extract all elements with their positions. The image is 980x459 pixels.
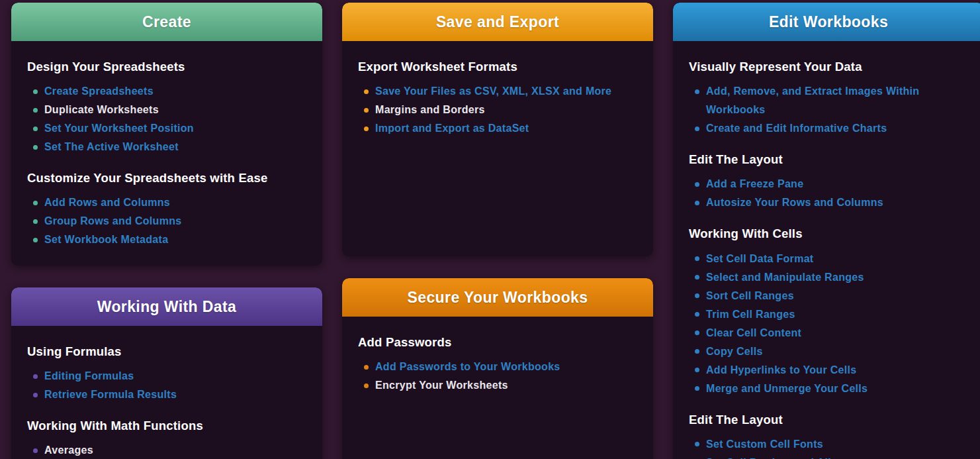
item-link[interactable]: Trim Cell Ranges [706,309,795,320]
item-link[interactable]: Autosize Your Rows and Columns [706,197,883,208]
section-heading: Export Worksheet Formats [358,60,637,74]
section-heading: Edit The Layout [689,152,968,167]
list-item: Group Rows and Columns [27,212,306,230]
column-1: Create Design Your Spreadsheets Create S… [11,3,322,459]
card-header: Create [11,3,322,41]
card-header: Save and Export [342,3,653,41]
card-title: Working With Data [97,298,237,316]
section-heading: Design Your Spreadsheets [27,60,306,74]
item-link[interactable]: Add, Remove, and Extract Images Within W… [706,85,919,115]
list-item: Margins and Borders [358,101,637,119]
list-item: Save Your Files as CSV, XML, XLSX and Mo… [358,82,637,101]
list-item: Retrieve Formula Results [27,385,306,404]
card-section: Working With Math Functions Averages [27,419,306,459]
item-link[interactable]: Add Rows and Columns [44,197,170,208]
card-section: Using Formulas Editing Formulas Retrieve… [27,344,306,404]
list-item: Select and Manipulate Ranges [689,268,968,287]
item-list: Add Rows and Columns Group Rows and Colu… [27,193,306,249]
list-item: Add Hyperlinks to Your Cells [689,361,968,380]
card-title: Create [142,13,191,31]
item-link[interactable]: Merge and Unmerge Your Cells [706,383,868,394]
item-link[interactable]: Set Your Worksheet Position [44,123,194,134]
list-item: Set Workbook Metadata [27,230,306,249]
list-item: Create Spreadsheets [27,82,306,101]
card-header: Edit Workbooks [673,3,980,41]
list-item: Encrypt Your Worksheets [358,376,637,395]
list-item: Import and Export as DataSet [358,119,637,138]
list-item: Averages [27,441,306,459]
section-heading: Customize Your Spreadsheets with Ease [27,171,306,185]
item-list: Editing Formulas Retrieve Formula Result… [27,367,306,404]
item-link[interactable]: Clear Cell Content [706,327,801,338]
list-item: Add, Remove, and Extract Images Within W… [689,82,968,119]
item-list: Set Cell Data Format Select and Manipula… [689,250,968,398]
item-text: Averages [44,444,93,456]
cards-grid: Create Design Your Spreadsheets Create S… [0,0,980,459]
item-list: Set Custom Cell Fonts Set Cell Borders a… [689,435,968,459]
card-body: Visually Represent Your Data Add, Remove… [673,41,980,459]
section-heading: Add Passwords [358,335,637,350]
item-link[interactable]: Set The Active Worksheet [44,141,179,152]
item-list: Averages [27,441,306,459]
card-header: Secure Your Workbooks [342,278,653,317]
card-title: Save and Export [436,13,559,31]
card-working-with-data: Working With Data Using Formulas Editing… [11,287,322,459]
item-link[interactable]: Group Rows and Columns [44,215,182,227]
card-section: Edit The Layout Add a Freeze Pane Autosi… [689,152,968,212]
section-heading: Visually Represent Your Data [689,60,968,74]
item-link[interactable]: Add Hyperlinks to Your Cells [706,364,856,376]
list-item: Set The Active Worksheet [27,138,306,156]
list-item: Trim Cell Ranges [689,305,968,324]
list-item: Add Passwords to Your Workbooks [358,358,637,376]
item-link[interactable]: Sort Cell Ranges [706,290,794,301]
item-list: Save Your Files as CSV, XML, XLSX and Mo… [358,82,637,138]
card-body: Add Passwords Add Passwords to Your Work… [342,317,653,415]
card-title: Secure Your Workbooks [408,289,588,307]
item-link[interactable]: Import and Export as DataSet [375,123,529,134]
item-text: Duplicate Worksheets [44,104,159,115]
item-text: Encrypt Your Worksheets [375,380,508,391]
column-3: Edit Workbooks Visually Represent Your D… [673,3,980,459]
card-section: Customize Your Spreadsheets with Ease Ad… [27,171,306,249]
card-section: Design Your Spreadsheets Create Spreadsh… [27,60,306,156]
item-list: Add, Remove, and Extract Images Within W… [689,82,968,138]
card-secure-your-workbooks: Secure Your Workbooks Add Passwords Add … [342,278,653,459]
item-link[interactable]: Set Workbook Metadata [44,234,168,245]
item-list: Create Spreadsheets Duplicate Worksheets… [27,82,306,156]
list-item: Add a Freeze Pane [689,175,968,193]
list-item: Merge and Unmerge Your Cells [689,380,968,398]
list-item: Duplicate Worksheets [27,101,306,119]
item-link[interactable]: Save Your Files as CSV, XML, XLSX and Mo… [375,85,611,97]
item-list: Add a Freeze Pane Autosize Your Rows and… [689,175,968,212]
item-link[interactable]: Create Spreadsheets [44,85,154,97]
card-body: Export Worksheet Formats Save Your Files… [342,41,653,158]
item-link[interactable]: Editing Formulas [44,370,134,382]
card-header: Working With Data [11,287,322,326]
card-section: Working With Cells Set Cell Data Format … [689,227,968,397]
card-body: Using Formulas Editing Formulas Retrieve… [11,326,322,459]
item-link[interactable]: Select and Manipulate Ranges [706,272,864,283]
card-section: Add Passwords Add Passwords to Your Work… [358,335,637,395]
item-link[interactable]: Add a Freeze Pane [706,178,803,189]
list-item: Set Custom Cell Fonts [689,435,968,454]
item-link[interactable]: Create and Edit Informative Charts [706,123,887,134]
card-edit-workbooks: Edit Workbooks Visually Represent Your D… [673,3,980,459]
list-item: Copy Cells [689,342,968,361]
list-item: Add Rows and Columns [27,193,306,212]
section-heading: Working With Cells [689,227,968,241]
item-link[interactable]: Set Cell Data Format [706,253,813,264]
card-body: Design Your Spreadsheets Create Spreadsh… [11,41,322,266]
list-item: Sort Cell Ranges [689,287,968,305]
item-link[interactable]: Set Custom Cell Fonts [706,438,823,450]
card-section: Export Worksheet Formats Save Your Files… [358,60,637,138]
list-item: Set Cell Data Format [689,250,968,268]
card-create: Create Design Your Spreadsheets Create S… [11,3,322,266]
list-item: Set Cell Borders and Alignment [689,454,968,459]
card-section: Visually Represent Your Data Add, Remove… [689,60,968,138]
item-list: Add Passwords to Your Workbooks Encrypt … [358,358,637,395]
section-heading: Using Formulas [27,344,306,359]
item-link[interactable]: Copy Cells [706,346,763,357]
item-link[interactable]: Retrieve Formula Results [44,389,177,400]
item-link[interactable]: Add Passwords to Your Workbooks [375,361,560,372]
list-item: Set Your Worksheet Position [27,119,306,138]
